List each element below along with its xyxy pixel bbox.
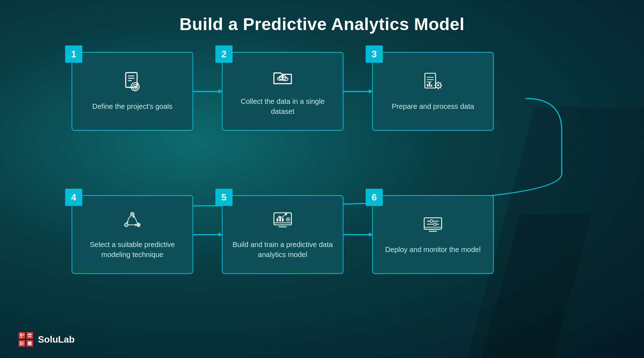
step-5-card: Build and train a predictive data analyt… [222, 195, 343, 274]
svg-rect-66 [26, 332, 33, 339]
svg-point-23 [437, 84, 439, 87]
step-3-card: Prepare and process data [372, 52, 494, 131]
svg-point-59 [430, 220, 433, 223]
step-1-card: Define the project's goals [72, 52, 193, 131]
svg-rect-19 [427, 84, 428, 87]
step-2-label: Collect the data in a single dataset [230, 96, 336, 116]
row-1: 1 [72, 52, 572, 131]
svg-rect-50 [282, 218, 284, 221]
step-1-wrapper: 1 [72, 52, 193, 131]
connector-4-5 [193, 234, 222, 235]
step-4-wrapper: 4 [72, 195, 193, 274]
svg-rect-70 [23, 334, 24, 336]
svg-rect-21 [431, 85, 432, 87]
step-6-label: Deploy and monitor the model [385, 245, 481, 255]
solulab-logo-icon [18, 332, 34, 347]
svg-point-53 [287, 219, 289, 220]
svg-rect-71 [20, 337, 22, 338]
logo-text: SoluLab [38, 334, 75, 345]
svg-rect-49 [279, 217, 281, 222]
main-content: Build a Predictive Analytics Model 1 [0, 0, 644, 358]
svg-point-61 [434, 223, 436, 226]
svg-line-30 [440, 82, 441, 83]
step-3-number: 3 [366, 45, 383, 63]
deploy-icon [422, 214, 444, 239]
collect-icon [272, 66, 293, 91]
svg-line-43 [125, 224, 127, 226]
logo-area: SoluLab [18, 332, 75, 347]
step-5-wrapper: 5 [222, 195, 343, 274]
step-5-number: 5 [215, 189, 233, 206]
step-1-number: 1 [65, 45, 82, 63]
svg-rect-67 [19, 340, 25, 347]
svg-rect-69 [20, 334, 22, 336]
step-3-wrapper: 3 [372, 52, 494, 131]
svg-rect-74 [20, 342, 21, 345]
svg-marker-40 [135, 223, 137, 226]
page-title: Build a Predictive Analytics Model [180, 14, 465, 34]
step-4-label: Select a suitable predictive modeling te… [79, 240, 185, 260]
connector-5-6 [343, 234, 372, 235]
svg-line-29 [440, 87, 441, 88]
svg-rect-72 [28, 334, 31, 335]
select-icon [122, 209, 143, 234]
svg-rect-75 [22, 342, 24, 345]
build-icon [272, 209, 293, 234]
step-5-label: Build and train a predictive data analyt… [230, 240, 336, 260]
step-6-card: Deploy and monitor the model [372, 195, 494, 274]
step-2-wrapper: 2 [222, 52, 343, 131]
step-2-card: Collect the data in a single dataset [222, 52, 343, 131]
step-3-label: Prepare and process data [392, 101, 474, 111]
step-1-label: Define the project's goals [92, 101, 172, 111]
connector-space [72, 152, 572, 174]
svg-rect-76 [28, 342, 31, 345]
prepare-icon [422, 71, 444, 96]
svg-point-51 [285, 213, 287, 215]
step-4-card: Select a suitable predictive modeling te… [72, 195, 193, 274]
connector-2-3 [343, 91, 372, 92]
svg-rect-20 [429, 83, 430, 87]
row-2: 4 [72, 195, 572, 274]
step-2-number: 2 [215, 45, 233, 63]
step-6-wrapper: 6 [372, 195, 494, 274]
step-6-number: 6 [366, 189, 383, 206]
svg-point-7 [134, 86, 136, 88]
connector-1-2 [193, 91, 222, 92]
step-4-number: 4 [65, 189, 82, 206]
svg-rect-73 [28, 336, 31, 337]
goals-icon [122, 71, 143, 96]
svg-point-42 [137, 224, 140, 226]
